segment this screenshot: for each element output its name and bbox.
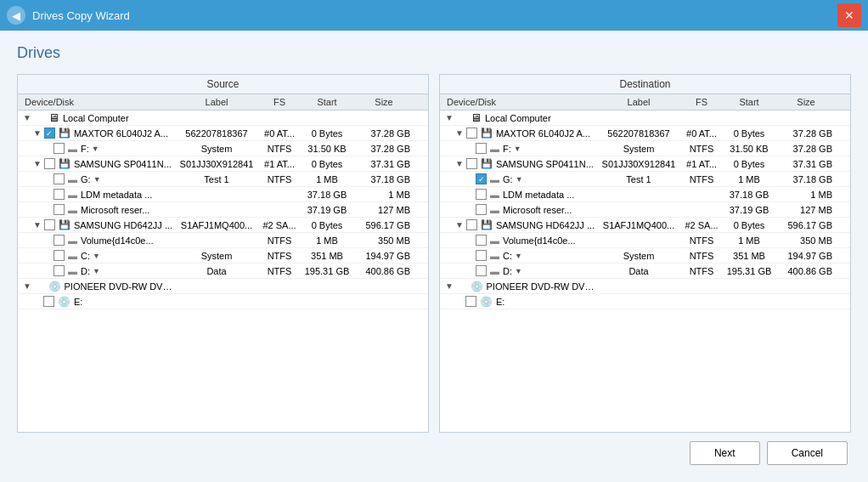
next-button[interactable]: Next bbox=[690, 441, 760, 465]
table-row[interactable]: ▬Volume{d14c0e...NTFS1 MB350 MB bbox=[440, 233, 850, 248]
device-cell: ▼✓💾MAXTOR 6L040J2 A... bbox=[21, 128, 174, 139]
device-name: MAXTOR 6L040J2 A... bbox=[496, 128, 590, 139]
table-row[interactable]: ▬F:▼SystemNTFS31.50 KB37.28 GB bbox=[18, 141, 428, 156]
table-row[interactable]: ▼💿PIONEER DVD-RW DVR... bbox=[440, 279, 850, 294]
device-name: PIONEER DVD-RW DVR... bbox=[487, 281, 597, 292]
table-row[interactable]: ▬D:▼DataNTFS195.31 GB400.86 GB bbox=[440, 264, 850, 279]
dropdown-arrow-icon[interactable]: ▼ bbox=[93, 267, 100, 275]
row-checkbox[interactable] bbox=[54, 143, 65, 154]
row-checkbox[interactable] bbox=[476, 265, 487, 276]
row-checkbox[interactable] bbox=[54, 235, 65, 246]
row-checkbox[interactable]: ✓ bbox=[476, 173, 487, 184]
col-start: Start bbox=[300, 97, 354, 107]
device-cell: 💿E: bbox=[21, 296, 174, 308]
row-checkbox[interactable] bbox=[465, 296, 476, 307]
table-row[interactable]: ▬LDM metadata ...37.18 GB1 MB bbox=[18, 187, 428, 202]
collapse-arrow-icon[interactable]: ▼ bbox=[455, 220, 464, 230]
table-row[interactable]: ▼💾SAMSUNG SP0411N...S01JJ30X912841#1 AT.… bbox=[18, 156, 428, 172]
device-cell: ✓▬G:▼ bbox=[443, 173, 596, 184]
row-checkbox[interactable] bbox=[54, 204, 65, 215]
row-checkbox[interactable]: ✓ bbox=[44, 128, 55, 139]
start-cell: 37.19 GB bbox=[722, 205, 776, 215]
table-row[interactable]: ✓▬G:▼Test 1NTFS1 MB37.18 GB bbox=[440, 172, 850, 187]
table-row[interactable]: ▬F:▼SystemNTFS31.50 KB37.28 GB bbox=[440, 141, 850, 156]
table-row[interactable]: ▼✓💾MAXTOR 6L040J2 A...562207818367#0 AT.… bbox=[18, 126, 428, 141]
table-row[interactable]: ▼💾SAMSUNG HD642JJ ...S1AFJ1MQ400...#2 SA… bbox=[440, 218, 850, 233]
collapse-arrow-icon[interactable]: ▼ bbox=[33, 128, 42, 138]
row-checkbox[interactable] bbox=[54, 173, 65, 184]
collapse-arrow-icon[interactable]: ▼ bbox=[33, 220, 42, 230]
size-cell: 37.18 GB bbox=[776, 174, 836, 184]
collapse-arrow-icon[interactable]: ▼ bbox=[455, 159, 464, 168]
back-button[interactable]: ◀ bbox=[7, 6, 25, 25]
row-checkbox[interactable] bbox=[476, 189, 487, 200]
table-row[interactable]: ▼🖥Local Computer bbox=[440, 111, 850, 126]
row-checkbox[interactable] bbox=[43, 296, 54, 307]
disk-icon: 💾 bbox=[481, 158, 493, 168]
row-checkbox[interactable] bbox=[54, 250, 65, 261]
collapse-arrow-icon[interactable]: ▼ bbox=[455, 128, 464, 138]
table-row[interactable]: ▬G:▼Test 1NTFS1 MB37.18 GB bbox=[18, 172, 428, 187]
collapse-arrow-icon[interactable]: ▼ bbox=[445, 281, 454, 291]
dropdown-arrow-icon[interactable]: ▼ bbox=[93, 175, 101, 184]
col-size: Size bbox=[776, 97, 836, 107]
dropdown-arrow-icon[interactable]: ▼ bbox=[515, 252, 522, 260]
dropdown-arrow-icon[interactable]: ▼ bbox=[92, 145, 99, 153]
row-checkbox[interactable] bbox=[466, 128, 477, 139]
table-row[interactable]: ▼💾SAMSUNG SP0411N...S01JJ30X912841#1 AT.… bbox=[440, 156, 850, 172]
row-checkbox[interactable] bbox=[466, 219, 477, 230]
row-checkbox[interactable] bbox=[44, 219, 55, 230]
cancel-button[interactable]: Cancel bbox=[767, 441, 848, 465]
start-cell: 0 Bytes bbox=[722, 220, 776, 230]
table-row[interactable]: ▬LDM metadata ...37.18 GB1 MB bbox=[440, 187, 850, 202]
row-checkbox[interactable] bbox=[476, 204, 487, 215]
size-cell: 37.31 GB bbox=[354, 159, 414, 169]
close-button[interactable]: ✕ bbox=[837, 3, 861, 27]
row-checkbox[interactable] bbox=[476, 143, 487, 154]
row-checkbox[interactable] bbox=[44, 158, 55, 169]
collapse-arrow-icon[interactable]: ▼ bbox=[445, 113, 454, 122]
table-row[interactable]: ▼💾MAXTOR 6L040J2 A...562207818367#0 AT..… bbox=[440, 126, 850, 141]
size-cell: 1 MB bbox=[354, 190, 414, 200]
destination-panel-header: Destination bbox=[440, 75, 850, 94]
row-checkbox[interactable] bbox=[54, 189, 65, 200]
collapse-arrow-icon[interactable]: ▼ bbox=[23, 281, 31, 291]
fs-cell: #2 SA... bbox=[681, 220, 722, 230]
table-row[interactable]: ▬Microsoft reser...37.19 GB127 MB bbox=[18, 202, 428, 218]
device-cell: ▬C:▼ bbox=[443, 250, 596, 261]
collapse-arrow-icon[interactable]: ▼ bbox=[33, 159, 42, 168]
row-checkbox[interactable] bbox=[476, 250, 487, 261]
table-row[interactable]: ▬D:▼DataNTFS195.31 GB400.86 GB bbox=[18, 264, 428, 279]
dropdown-arrow-icon[interactable]: ▼ bbox=[516, 175, 523, 184]
start-cell: 0 Bytes bbox=[722, 128, 776, 139]
collapse-arrow-icon[interactable]: ▼ bbox=[23, 113, 31, 122]
col-fs: FS bbox=[259, 97, 300, 107]
row-checkbox[interactable] bbox=[54, 265, 65, 276]
size-cell: 37.28 GB bbox=[776, 128, 836, 139]
table-row[interactable]: 💿E: bbox=[440, 294, 850, 309]
dropdown-arrow-icon[interactable]: ▼ bbox=[514, 145, 521, 153]
device-name: LDM metadata ... bbox=[81, 190, 152, 200]
table-row[interactable]: ▼🖥Local Computer bbox=[18, 111, 428, 126]
source-table-header: Device/Disk Label FS Start Size bbox=[18, 94, 428, 111]
table-row[interactable]: ▼💾SAMSUNG HD642JJ ...S1AFJ1MQ400...#2 SA… bbox=[18, 218, 428, 233]
table-row[interactable]: 💿E: bbox=[18, 294, 428, 309]
table-row[interactable]: ▬Microsoft reser...37.19 GB127 MB bbox=[440, 202, 850, 218]
label-cell: S01JJ30X912841 bbox=[596, 159, 681, 169]
device-cell: ▼💾SAMSUNG SP0411N... bbox=[443, 158, 596, 169]
dropdown-arrow-icon[interactable]: ▼ bbox=[93, 252, 100, 260]
fs-cell: NTFS bbox=[259, 266, 300, 276]
device-name: SAMSUNG HD642JJ ... bbox=[74, 220, 172, 230]
start-cell: 351 MB bbox=[722, 251, 776, 261]
dropdown-arrow-icon[interactable]: ▼ bbox=[515, 267, 522, 275]
table-row[interactable]: ▬Volume{d14c0e...NTFS1 MB350 MB bbox=[18, 233, 428, 248]
device-name: Microsoft reser... bbox=[503, 205, 572, 215]
row-checkbox[interactable] bbox=[476, 235, 487, 246]
table-row[interactable]: ▼💿PIONEER DVD-RW DVR... bbox=[18, 279, 428, 294]
row-checkbox[interactable] bbox=[466, 158, 477, 169]
label-cell: System bbox=[174, 251, 259, 261]
table-row[interactable]: ▬C:▼SystemNTFS351 MB194.97 GB bbox=[18, 248, 428, 264]
device-name: SAMSUNG HD642JJ ... bbox=[496, 220, 595, 230]
device-name: C: bbox=[503, 251, 512, 261]
table-row[interactable]: ▬C:▼SystemNTFS351 MB194.97 GB bbox=[440, 248, 850, 264]
